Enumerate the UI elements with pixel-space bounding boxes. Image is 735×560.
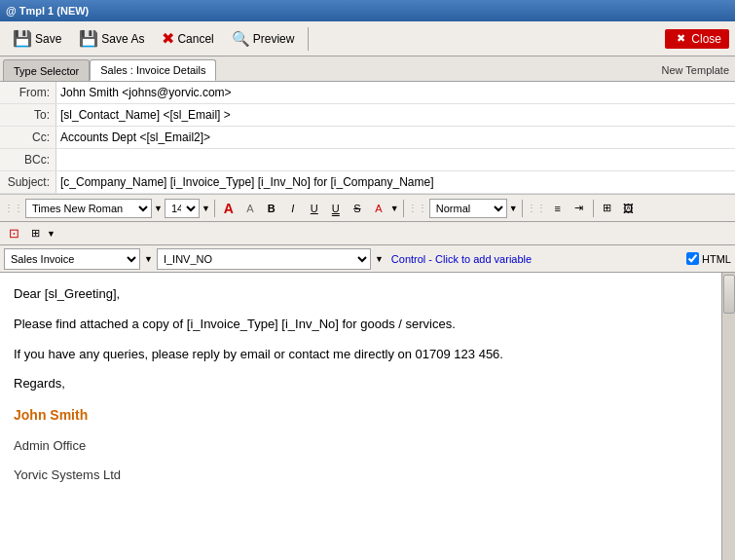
title-text: @ Tmpl 1 (NEW) <box>6 5 89 17</box>
indent-button[interactable]: ⇥ <box>570 199 589 218</box>
font-family-select[interactable]: Times New Roman <box>25 199 152 218</box>
font-color-dropdown-icon: ▼ <box>390 204 399 213</box>
from-input[interactable] <box>56 83 735 102</box>
preview-icon: 🔍 <box>232 30 250 48</box>
title-bar: @ Tmpl 1 (NEW) <box>0 0 735 21</box>
editor-area[interactable]: Dear [sl_Greeting], Please find attached… <box>0 273 721 560</box>
close-label: Close <box>691 32 721 46</box>
font-family-dropdown-icon: ▼ <box>154 204 163 213</box>
italic-button[interactable]: I <box>283 199 303 218</box>
toolbar-separator <box>308 27 309 51</box>
to-row: To: <box>0 104 735 127</box>
to-input[interactable] <box>56 105 735 125</box>
category-dropdown-icon: ▼ <box>144 254 153 264</box>
bcc-row: BCc: <box>0 149 735 171</box>
fmt-sep4 <box>522 200 523 217</box>
close-icon: ✖ <box>673 31 688 47</box>
body2-text: If you have any queries, please reply by… <box>14 345 708 365</box>
category-select[interactable]: Sales Invoice <box>4 248 140 270</box>
cc-label: Cc: <box>0 127 56 148</box>
editor-wrapper: Dear [sl_Greeting], Please find attached… <box>0 273 735 560</box>
cancel-button[interactable]: ✖ Cancel <box>155 26 220 51</box>
fmt-sep6 <box>593 200 594 217</box>
cc-input[interactable] <box>56 128 735 147</box>
editor-content: Dear [sl_Greeting], Please find attached… <box>14 284 708 486</box>
save-label: Save <box>35 32 61 46</box>
cc-row: Cc: <box>0 127 735 149</box>
add-variable-link[interactable]: Control - Click to add variable <box>391 253 532 265</box>
scrollbar-thumb[interactable] <box>723 275 735 314</box>
insert-button[interactable]: ⊞ <box>598 199 617 218</box>
greeting-text: Dear [sl_Greeting], <box>14 284 708 305</box>
preview-button[interactable]: 🔍 Preview <box>225 27 302 51</box>
preview-label: Preview <box>253 32 295 46</box>
font-size-dropdown-icon: ▼ <box>202 204 210 213</box>
save-as-label: Save As <box>101 32 144 46</box>
tab-invoice-details[interactable]: Sales : Invoice Details <box>90 59 216 81</box>
font-size-select[interactable]: 14 <box>165 199 200 218</box>
from-label: From: <box>0 82 56 103</box>
scrollbar[interactable] <box>721 273 735 560</box>
bold-button[interactable]: B <box>262 199 281 218</box>
tab-type-selector-label: Type Selector <box>14 65 79 77</box>
signature-name: John Smith <box>14 404 708 426</box>
tab-area: Type Selector Sales : Invoice Details Ne… <box>0 56 735 82</box>
style-select[interactable]: Normal <box>429 199 507 218</box>
html-checkbox[interactable] <box>686 252 699 265</box>
tab-type-selector[interactable]: Type Selector <box>3 59 90 81</box>
underline-button[interactable]: U <box>305 199 324 218</box>
variable-dropdown-icon: ▼ <box>375 254 384 264</box>
undo-icon[interactable]: ⊡ <box>4 224 23 243</box>
save-as-button[interactable]: 💾 Save As <box>72 26 151 51</box>
drag-handle-icon: ⋮⋮ <box>4 203 23 213</box>
fmt-sep2 <box>403 200 404 217</box>
regards-text: Regards, <box>14 374 708 394</box>
subject-input[interactable] <box>56 172 735 192</box>
save-as-icon: 💾 <box>79 29 98 48</box>
style-dropdown-icon: ▼ <box>509 204 518 213</box>
body1-text: Please find attached a copy of [i_Invoic… <box>14 315 708 335</box>
save-button[interactable]: 💾 Save <box>6 26 68 51</box>
fmt-sep3: ⋮⋮ <box>408 203 427 213</box>
cancel-label: Cancel <box>177 32 213 46</box>
main-toolbar: 💾 Save 💾 Save As ✖ Cancel 🔍 Preview ✖ Cl… <box>0 21 735 56</box>
new-template-label: New Template <box>216 59 729 81</box>
table-dropdown-icon: ▼ <box>47 229 55 239</box>
second-format-toolbar: ⊡ ⊞ ▼ <box>0 222 735 245</box>
list-button[interactable]: ≡ <box>548 199 568 218</box>
strikethrough-button[interactable]: S <box>348 199 367 218</box>
font-color-button[interactable]: A <box>369 199 388 218</box>
cancel-icon: ✖ <box>162 29 174 48</box>
to-label: To: <box>0 104 56 126</box>
save-icon: 💾 <box>13 29 32 48</box>
decrease-font-button[interactable]: A <box>240 199 260 218</box>
bcc-label: BCc: <box>0 149 56 170</box>
html-label: HTML <box>702 253 731 265</box>
variable-bar: Sales Invoice ▼ I_INV_NO ▼ Control - Cli… <box>0 245 735 273</box>
variable-select[interactable]: I_INV_NO <box>157 248 371 270</box>
underline2-button[interactable]: U <box>326 199 346 218</box>
increase-font-button[interactable]: A <box>219 199 239 218</box>
format-toolbar: ⋮⋮ Times New Roman ▼ 14 ▼ A A B I U U S … <box>0 195 735 222</box>
subject-row: Subject: <box>0 171 735 194</box>
fmt-sep1 <box>214 200 215 217</box>
from-row: From: <box>0 82 735 104</box>
close-button[interactable]: ✖ Close <box>665 29 729 49</box>
subject-label: Subject: <box>0 171 56 193</box>
signature-line2: Yorvic Systems Ltd <box>14 466 708 486</box>
form-area: From: To: Cc: BCc: Subject: <box>0 82 735 195</box>
image-button[interactable]: 🖼 <box>619 199 639 218</box>
insert-table-icon[interactable]: ⊞ <box>25 224 45 243</box>
bcc-input[interactable] <box>56 150 735 169</box>
fmt-sep5: ⋮⋮ <box>527 203 546 213</box>
tab-invoice-details-label: Sales : Invoice Details <box>100 64 205 76</box>
signature-line1: Admin Office <box>14 436 708 457</box>
html-checkbox-group: HTML <box>686 252 731 265</box>
